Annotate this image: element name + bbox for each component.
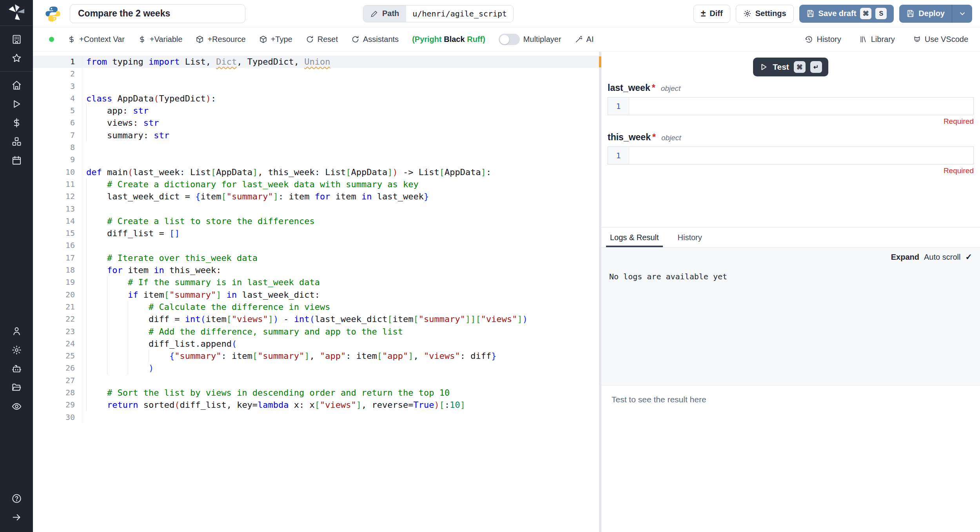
settings-button[interactable]: Settings [736,5,794,23]
autoscroll-checkbox[interactable]: ✓ [965,252,972,262]
add-resource-button[interactable]: +Resource [196,35,245,44]
line-content [82,411,599,423]
ai-button[interactable]: AI [575,35,594,44]
arg-this-week-input[interactable]: 1 [608,147,974,165]
package-icon [259,35,267,43]
path-chip[interactable]: Path u/henri/agile_script [363,5,514,22]
code-line[interactable]: 4class AppData(TypedDict): [33,92,599,105]
sidebar-item-collapse[interactable] [7,508,26,527]
expand-button[interactable]: Expand [891,253,919,262]
autoscroll-label[interactable]: Auto scroll [924,253,960,262]
sidebar-item-user[interactable] [7,322,26,340]
code-line[interactable]: 7 summary: str [33,129,599,141]
save-draft-button[interactable]: Save draft ⌘ S [799,5,894,23]
add-context-var-button[interactable]: +Context Var [67,35,125,44]
lint-black: Black [444,35,467,43]
line-content: last_week_dict = {item["summary"]: item … [82,190,599,203]
code-line[interactable]: 28 # Sort the list by views in descendin… [33,387,599,399]
sidebar-item-favorites[interactable] [7,49,26,67]
tab-logs-result[interactable]: Logs & Result [609,228,660,247]
line-number: 11 [33,178,82,190]
arg-name: this_week [608,132,651,143]
code-line[interactable]: 13 [33,203,599,215]
code-line[interactable]: 2 [33,68,599,80]
code-line[interactable]: 1from typing import List, Dict, TypedDic… [33,56,599,68]
indent-guide [128,301,128,313]
indent-guide [86,313,87,325]
code-editor[interactable]: 1from typing import List, Dict, TypedDic… [33,52,599,532]
multiplayer-toggle[interactable] [499,34,520,45]
code-line[interactable]: 22 diff = int(item["views"]) - int(last_… [33,313,599,325]
code-line[interactable]: 23 # Add the difference, summary and app… [33,326,599,338]
code-line[interactable]: 9 [33,154,599,166]
diff-button[interactable]: ± Diff [693,5,730,23]
assistants-button[interactable]: Assistants [351,35,399,44]
deploy-more-button[interactable] [952,5,972,23]
save-draft-label: Save draft [818,9,857,18]
script-title-input[interactable]: Compare the 2 weeks [70,4,245,23]
code-line[interactable]: 5 app: str [33,105,599,117]
code-line[interactable]: 15 diff_list = [] [33,227,599,239]
sidebar-item-settings[interactable] [7,340,26,359]
dollar-icon [138,35,146,43]
code-line[interactable]: 11 # Create a dictionary for last_week d… [33,178,599,190]
sidebar-item-runs[interactable] [7,94,26,113]
sidebar-item-workers[interactable] [7,359,26,378]
sidebar-item-help[interactable] [7,489,26,508]
code-line[interactable]: 26 ) [33,362,599,374]
sidebar-item-home[interactable] [7,76,26,94]
sidebar-item-schedules[interactable] [7,151,26,170]
path-label-section[interactable]: Path [363,5,406,22]
code-line[interactable]: 30 [33,411,599,423]
indent-guide [107,313,107,325]
building-icon [11,34,22,45]
code-line[interactable]: 12 last_week_dict = {item["summary"]: it… [33,190,599,203]
line-number: 20 [33,289,82,301]
code-line[interactable]: 14 # Create a list to store the differen… [33,215,599,227]
code-line[interactable]: 3 [33,80,599,92]
ai-label: AI [586,35,594,44]
sidebar-item-folders[interactable] [7,378,26,397]
indent-guide [86,264,87,276]
sidebar-item-variables[interactable] [7,113,26,132]
use-vscode-button[interactable]: Use VScode [913,35,968,44]
code-line[interactable]: 29 return sorted(diff_list, key=lambda x… [33,399,599,411]
code-line[interactable]: 16 [33,239,599,252]
code-line[interactable]: 24 diff_list.append( [33,338,599,350]
code-line[interactable]: 17 # Iterate over this_week data [33,252,599,264]
line-content: diff_list = [] [82,227,599,239]
add-variable-button[interactable]: +Variable [138,35,183,44]
line-content: # Create a dictionary for last_week data… [82,178,599,190]
code-line[interactable]: 27 [33,375,599,387]
input-line-content[interactable] [629,147,973,164]
code-line[interactable]: 19 # If the summary is in last_week data [33,276,599,288]
sidebar-item-resources[interactable] [7,132,26,151]
sidebar-item-workspace[interactable] [7,30,26,49]
save-icon [806,9,815,18]
code-line[interactable]: 10def main(last_week: List[AppData], thi… [33,166,599,178]
line-number: 4 [33,92,82,105]
code-line[interactable]: 18 for item in this_week: [33,264,599,276]
indent-guide [107,276,107,288]
windmill-logo[interactable] [0,0,33,26]
library-button[interactable]: Library [859,35,895,44]
code-line[interactable]: 25 {"summary": item["summary"], "app": i… [33,350,599,362]
sidebar-item-audit-logs[interactable] [7,397,26,416]
code-line[interactable]: 6 views: str [33,117,599,129]
code-line[interactable]: 8 [33,141,599,154]
history-label: History [817,35,841,44]
reset-button[interactable]: Reset [306,35,338,44]
history-button[interactable]: History [805,35,841,44]
test-button[interactable]: Test ⌘ ↵ [753,58,828,76]
arg-last-week-input[interactable]: 1 [608,97,974,115]
line-content: # Calculate the difference in views [82,301,599,313]
code-line[interactable]: 20 if item["summary"] in last_week_dict: [33,289,599,301]
input-line-content[interactable] [629,98,973,115]
tab-history[interactable]: History [677,228,703,247]
code-line[interactable]: 21 # Calculate the difference in views [33,301,599,313]
sidebar-group-pinned [0,26,33,72]
deploy-button[interactable]: Deploy [899,5,952,23]
add-type-button[interactable]: +Type [259,35,292,44]
path-value[interactable]: u/henri/agile_script [406,5,513,22]
line-content: views: str [82,117,599,129]
